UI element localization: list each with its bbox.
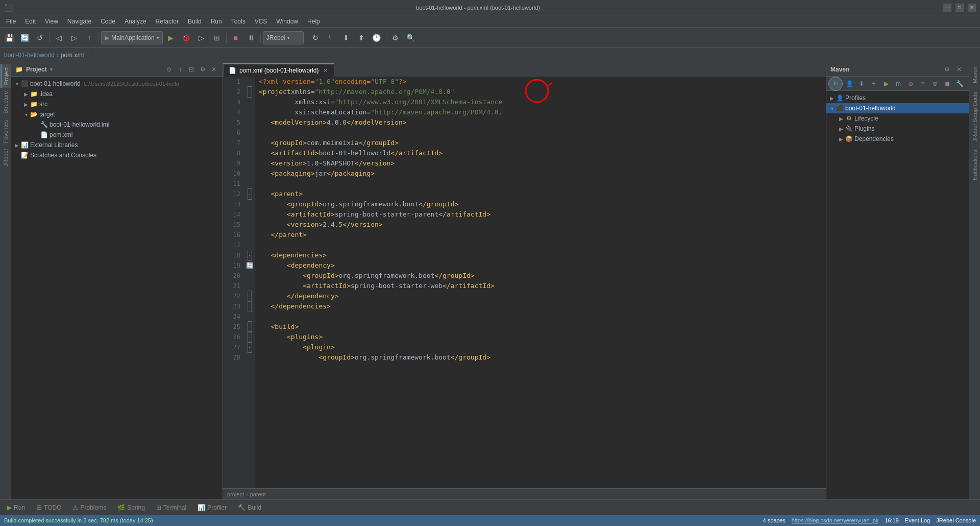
close-button[interactable]: ✕: [968, 4, 976, 12]
left-tab-project[interactable]: Project: [1, 64, 11, 88]
bottom-tab-terminal[interactable]: ⊞ Terminal: [151, 501, 191, 514]
maven-run-button[interactable]: ▶: [880, 78, 892, 89]
fold-marker-23[interactable]: ·: [248, 301, 252, 312]
tree-item-src[interactable]: ▶ 📁 src: [11, 99, 223, 109]
update-project-button[interactable]: ↻: [308, 31, 323, 45]
bottom-tab-profiler[interactable]: 📊 Profiler: [192, 501, 232, 514]
fold-marker-2[interactable]: -: [248, 86, 252, 98]
jrebel-console-button[interactable]: JRebel Console: [936, 517, 976, 523]
editor-tab-pom[interactable]: 📄 pom.xml (boot-01-helloworld) ✕: [223, 63, 334, 77]
stop-button[interactable]: ■: [229, 31, 243, 45]
tree-item-target[interactable]: ▾ 📂 target: [11, 109, 223, 119]
sync-button[interactable]: 🔄: [17, 31, 32, 45]
back-button[interactable]: ◁: [52, 31, 66, 45]
status-url[interactable]: https://blog.csdn.net/yerenyuan_pk: [792, 517, 879, 523]
maven-tree-lifecycle[interactable]: ▶ ⚙ Lifecycle: [826, 113, 969, 124]
event-log-button[interactable]: Event Log: [905, 517, 930, 523]
vert-tab-maven[interactable]: Maven: [970, 62, 980, 87]
tree-item-pom[interactable]: ▶ 📄 pom.xml: [11, 130, 223, 140]
fold-marker-25[interactable]: -: [248, 321, 252, 332]
maven-skip-test-button[interactable]: ⊘: [905, 78, 916, 89]
breadcrumb-file[interactable]: pom.xml: [61, 52, 84, 59]
status-spaces[interactable]: 4 spaces: [763, 517, 786, 523]
menu-help[interactable]: Help: [303, 17, 324, 26]
up-button[interactable]: ↑: [82, 31, 96, 45]
tab-close-button[interactable]: ✕: [322, 67, 329, 74]
more-run-button[interactable]: ⊞: [210, 31, 224, 45]
fold-marker-22[interactable]: ·: [248, 291, 252, 302]
run-with-coverage-button[interactable]: ▷: [194, 31, 209, 45]
maven-tree-plugins[interactable]: ▶ 🔌 Plugins: [826, 124, 969, 134]
maven-settings-button[interactable]: ⚙: [941, 64, 952, 75]
fold-marker-27[interactable]: -: [248, 342, 252, 353]
maven-open-settings-button[interactable]: ⊕: [929, 78, 941, 89]
breadcrumb-project-item[interactable]: project: [227, 491, 244, 497]
menu-vcs[interactable]: VCS: [251, 17, 272, 26]
collapse-all-button[interactable]: ⊟: [187, 65, 196, 74]
tree-item-idea[interactable]: ▶ 📁 .idea: [11, 89, 223, 99]
pause-button[interactable]: ⏸: [244, 31, 258, 45]
maven-tree-dependencies[interactable]: ▶ 📦 Dependencies: [826, 134, 969, 144]
tree-item-iml[interactable]: ▶ 🔧 boot-01-helloworld.iml: [11, 119, 223, 130]
fold-marker-26[interactable]: -: [248, 331, 252, 343]
left-tab-favorites[interactable]: Favorites: [1, 117, 10, 146]
maximize-button[interactable]: □: [955, 4, 964, 12]
menu-view[interactable]: View: [41, 17, 62, 26]
menu-run[interactable]: Run: [207, 17, 226, 26]
fold-marker-18[interactable]: -: [248, 250, 252, 261]
bottom-tab-todo[interactable]: ☰ TODO: [31, 501, 66, 514]
menu-file[interactable]: File: [2, 17, 20, 26]
git-push-button[interactable]: ⬆: [354, 31, 369, 45]
forward-button[interactable]: ▷: [67, 31, 81, 45]
left-tab-structure[interactable]: Structure: [1, 88, 10, 117]
menu-tools[interactable]: Tools: [227, 17, 250, 26]
run-button[interactable]: ▶: [164, 31, 178, 45]
maven-close-button[interactable]: ✕: [953, 64, 965, 75]
run-config-dropdown[interactable]: ▶ MainApplication ▾: [101, 31, 163, 44]
breadcrumb-parent-item[interactable]: parent: [250, 491, 266, 497]
menu-build[interactable]: Build: [184, 17, 206, 26]
maven-wrench-button[interactable]: 🔧: [954, 78, 965, 89]
menu-edit[interactable]: Edit: [21, 17, 40, 26]
menu-window[interactable]: Window: [272, 17, 302, 26]
history-button[interactable]: 🕐: [370, 31, 384, 45]
locate-file-button[interactable]: ⊙: [164, 65, 174, 74]
bottom-tab-build[interactable]: 🔨 Build: [233, 501, 266, 514]
bottom-tab-run[interactable]: ▶ Run: [2, 501, 30, 514]
menu-navigate[interactable]: Navigate: [63, 17, 95, 26]
minimize-button[interactable]: —: [943, 4, 951, 12]
vert-tab-notifications[interactable]: Notifications: [970, 146, 980, 184]
settings-panel-button[interactable]: ⚙: [198, 65, 207, 74]
search-everywhere-button[interactable]: 🔍: [404, 31, 418, 45]
maven-debug-run-button[interactable]: m: [893, 78, 904, 89]
left-tab-jrebel[interactable]: JRebel: [1, 146, 10, 170]
vert-tab-rebel-setup[interactable]: JRebel Setup Guide: [970, 87, 980, 146]
fold-marker-12[interactable]: -: [248, 188, 252, 200]
git-fetch-button[interactable]: ⬇: [339, 31, 353, 45]
maven-reload-button[interactable]: ↻: [828, 77, 843, 91]
maven-tree-helloworld[interactable]: ▾ ⬛ boot-01-helloworld: [826, 103, 969, 113]
close-panel-button[interactable]: ✕: [209, 65, 218, 74]
maven-generate-button[interactable]: ≡: [917, 78, 928, 89]
tree-item-extlibs[interactable]: ▶ 📊 External Libraries: [11, 140, 223, 150]
settings-button[interactable]: ⚙: [388, 31, 403, 45]
maven-download-sources-button[interactable]: ⬇: [856, 78, 867, 89]
debug-button[interactable]: 🐞: [179, 31, 193, 45]
menu-refactor[interactable]: Refactor: [152, 17, 183, 26]
maven-tree-profiles[interactable]: ▶ 👤 Profiles: [826, 93, 969, 103]
tree-item-scratches[interactable]: ▶ 📝 Scratches and Consoles: [11, 150, 223, 160]
maven-add-button[interactable]: +: [868, 78, 879, 89]
save-all-button[interactable]: 💾: [2, 31, 16, 45]
scroll-from-source-button[interactable]: ↕: [176, 65, 185, 74]
breadcrumb-project[interactable]: boot-01-helloworld: [4, 52, 55, 59]
bottom-tab-problems[interactable]: ⚠ Problems: [67, 501, 111, 514]
bottom-tab-spring[interactable]: 🌿 Spring: [112, 501, 150, 514]
maven-profile-button[interactable]: 👤: [844, 78, 855, 89]
menu-analyze[interactable]: Analyze: [120, 17, 151, 26]
tree-item-root[interactable]: ▾ ⬛ boot-01-helloworld C:\Users\32120\De…: [11, 79, 223, 89]
maven-tree-view-button[interactable]: ≣: [942, 78, 953, 89]
menu-code[interactable]: Code: [96, 17, 119, 26]
project-panel-dropdown-arrow[interactable]: ▾: [50, 67, 53, 72]
refresh-button[interactable]: ↺: [33, 31, 47, 45]
jrebel-dropdown[interactable]: JRebel ▾: [263, 31, 304, 44]
